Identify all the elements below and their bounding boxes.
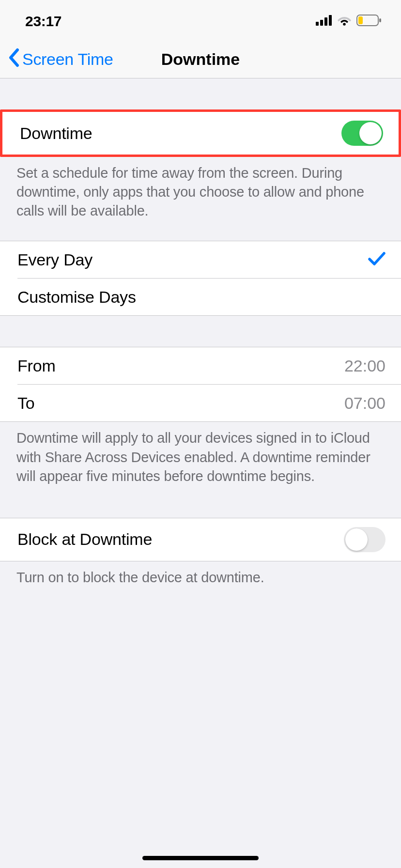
time-footer: Downtime will apply to all your devices … [0, 422, 401, 492]
block-at-downtime-row[interactable]: Block at Downtime [0, 518, 401, 561]
block-toggle[interactable] [344, 527, 386, 552]
every-day-row[interactable]: Every Day [0, 241, 401, 278]
from-row[interactable]: From 22:00 [0, 347, 401, 384]
from-value: 22:00 [344, 356, 386, 375]
navigation-bar: Screen Time Downtime [0, 43, 401, 78]
svg-rect-2 [324, 17, 327, 26]
customise-days-row[interactable]: Customise Days [0, 279, 401, 315]
from-label: From [17, 356, 56, 375]
downtime-description: Set a schedule for time away from the sc… [0, 157, 401, 227]
battery-icon [356, 15, 382, 28]
svg-rect-1 [320, 20, 323, 26]
svg-rect-6 [379, 18, 381, 22]
chevron-back-icon [8, 48, 19, 71]
downtime-row[interactable]: Downtime [2, 112, 399, 155]
svg-point-4 [343, 23, 346, 26]
block-section: Block at Downtime [0, 518, 401, 561]
wifi-icon [337, 15, 352, 28]
to-row[interactable]: To 07:00 [0, 385, 401, 421]
status-indicators [316, 15, 382, 28]
cellular-icon [316, 15, 332, 28]
page-title: Downtime [161, 50, 240, 69]
svg-rect-7 [358, 16, 363, 24]
home-indicator[interactable] [142, 856, 259, 860]
svg-rect-0 [316, 22, 319, 26]
customise-days-label: Customise Days [17, 288, 136, 307]
to-label: To [17, 394, 35, 413]
status-time: 23:17 [25, 13, 62, 30]
every-day-label: Every Day [17, 250, 93, 269]
block-label: Block at Downtime [17, 530, 152, 549]
downtime-label: Downtime [20, 124, 93, 143]
status-bar: 23:17 [0, 0, 401, 43]
to-value: 07:00 [344, 394, 386, 413]
highlighted-region: Downtime [0, 109, 401, 157]
downtime-toggle[interactable] [341, 121, 383, 146]
svg-rect-3 [329, 15, 332, 26]
schedule-section: Every Day Customise Days [0, 241, 401, 316]
back-label: Screen Time [22, 50, 113, 69]
back-button[interactable]: Screen Time [8, 48, 113, 71]
block-footer: Turn on to block the device at downtime. [0, 561, 401, 594]
checkmark-icon [368, 251, 386, 268]
time-section: From 22:00 To 07:00 [0, 347, 401, 422]
